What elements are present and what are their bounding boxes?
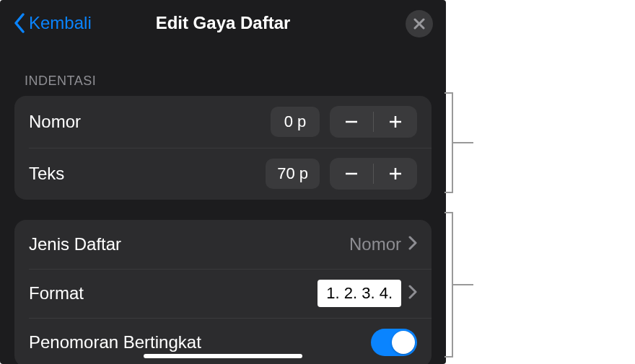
indent-number-row: Nomor 0 p bbox=[14, 96, 432, 148]
indent-text-decrement[interactable] bbox=[330, 158, 373, 190]
home-indicator bbox=[144, 354, 302, 358]
chevron-right-icon bbox=[408, 236, 417, 253]
section-header-indentation: INDENTASI bbox=[0, 46, 446, 96]
tiered-numbering-label: Penomoran Bertingkat bbox=[29, 332, 371, 352]
indent-text-increment[interactable] bbox=[374, 158, 417, 190]
indent-text-value[interactable]: 70 p bbox=[266, 159, 320, 189]
format-value: 1. 2. 3. 4. bbox=[318, 280, 401, 307]
plus-icon bbox=[387, 114, 403, 130]
indent-number-value[interactable]: 0 p bbox=[271, 107, 320, 137]
toggle-knob bbox=[392, 331, 415, 354]
indentation-group: Nomor 0 p Teks 70 p bbox=[14, 96, 432, 200]
list-type-value: Nomor bbox=[349, 234, 401, 254]
chevron-right-icon bbox=[408, 285, 417, 302]
tiered-numbering-toggle[interactable] bbox=[371, 329, 417, 356]
back-button[interactable]: Kembali bbox=[13, 13, 92, 33]
indent-number-stepper bbox=[330, 106, 417, 138]
back-label: Kembali bbox=[29, 13, 92, 33]
chevron-left-icon bbox=[13, 13, 26, 33]
minus-icon bbox=[343, 114, 359, 130]
indent-number-decrement[interactable] bbox=[330, 106, 373, 138]
callout-bracket-top bbox=[452, 92, 453, 193]
indent-text-stepper bbox=[330, 158, 417, 190]
close-icon bbox=[413, 18, 425, 30]
close-button[interactable] bbox=[406, 10, 433, 37]
indent-text-row: Teks 70 p bbox=[14, 148, 432, 200]
format-label: Format bbox=[29, 283, 318, 303]
indent-number-label: Nomor bbox=[29, 112, 271, 132]
callout-bracket-bottom bbox=[452, 212, 453, 358]
indent-number-increment[interactable] bbox=[374, 106, 417, 138]
edit-list-style-panel: Kembali Edit Gaya Daftar INDENTASI Nomor… bbox=[0, 0, 446, 364]
list-options-group: Jenis Daftar Nomor Format 1. 2. 3. 4. Pe… bbox=[14, 220, 432, 364]
indent-text-label: Teks bbox=[29, 164, 266, 184]
minus-icon bbox=[343, 166, 359, 182]
panel-header: Kembali Edit Gaya Daftar bbox=[0, 0, 446, 46]
list-type-row[interactable]: Jenis Daftar Nomor bbox=[14, 220, 432, 269]
plus-icon bbox=[387, 166, 403, 182]
list-type-label: Jenis Daftar bbox=[29, 234, 349, 254]
format-row[interactable]: Format 1. 2. 3. 4. bbox=[14, 269, 432, 318]
